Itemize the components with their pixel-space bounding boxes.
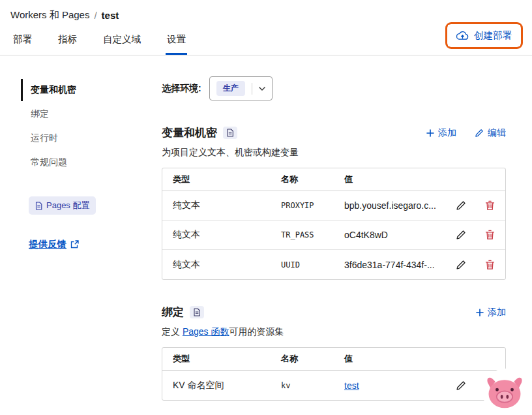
variables-actions: 添加 编辑 bbox=[426, 127, 506, 139]
column-header-name: 名称 bbox=[281, 353, 344, 365]
variable-value: bpb.yousef.isegaro.c... bbox=[344, 200, 448, 211]
table-row: 纯文本 TR_PASS oC4tK8wD bbox=[162, 221, 505, 250]
external-link-icon bbox=[70, 240, 79, 249]
cloud-upload-icon bbox=[456, 31, 469, 40]
edit-variables-button[interactable]: 编辑 bbox=[475, 127, 506, 139]
breadcrumb-current-project: test bbox=[102, 10, 119, 21]
variables-table-header: 类型 名称 值 bbox=[162, 168, 505, 191]
bindings-section: 绑定 添加 定义 Pages 函数可用 bbox=[162, 305, 506, 401]
variable-value: oC4tK8wD bbox=[344, 230, 448, 240]
pages-config-badge[interactable]: Pages 配置 bbox=[29, 196, 96, 215]
docs-icon[interactable] bbox=[223, 127, 237, 139]
plus-icon bbox=[476, 309, 484, 316]
edit-icon[interactable] bbox=[448, 200, 474, 211]
variables-section: 变量和机密 添加 bbox=[162, 125, 506, 280]
settings-main: 选择环境: 生产 变量和机密 bbox=[162, 76, 506, 401]
delete-icon[interactable] bbox=[474, 230, 505, 240]
variable-value: 3f6de31a-774f-434f-... bbox=[344, 260, 448, 270]
bindings-table: 类型 名称 值 KV 命名空间 kv test bbox=[162, 347, 506, 401]
binding-name: kv bbox=[281, 381, 344, 390]
breadcrumb-separator: / bbox=[94, 10, 96, 21]
variables-section-header: 变量和机密 添加 bbox=[162, 125, 506, 140]
bindings-description-prefix: 定义 bbox=[162, 326, 183, 337]
bindings-description: 定义 Pages 函数可用的资源集 bbox=[162, 326, 506, 338]
edit-variables-label: 编辑 bbox=[488, 127, 506, 139]
sidebar-item-bindings[interactable]: 绑定 bbox=[21, 103, 143, 125]
edit-icon[interactable] bbox=[448, 260, 474, 270]
variable-type: 纯文本 bbox=[173, 229, 281, 241]
breadcrumb: Workers 和 Pages / test bbox=[10, 9, 522, 22]
edit-icon[interactable] bbox=[448, 380, 474, 391]
add-binding-label: 添加 bbox=[488, 307, 506, 318]
tab-custom-domains[interactable]: 自定义域 bbox=[102, 33, 142, 55]
add-binding-button[interactable]: 添加 bbox=[476, 307, 506, 318]
environment-value-pill: 生产 bbox=[216, 81, 245, 96]
column-header-value: 值 bbox=[344, 353, 448, 365]
column-header-value: 值 bbox=[344, 174, 448, 185]
bindings-description-suffix: 可用的资源集 bbox=[229, 326, 284, 337]
chevron-down-icon bbox=[259, 87, 265, 91]
variable-type: 纯文本 bbox=[173, 259, 281, 271]
settings-sidebar: 变量和机密 绑定 运行时 常规问题 Pages 配置 提供反馈 bbox=[21, 79, 143, 401]
variable-name: TR_PASS bbox=[281, 230, 344, 239]
environment-label: 选择环境: bbox=[162, 83, 201, 95]
divider bbox=[252, 83, 252, 95]
sidebar-item-variables[interactable]: 变量和机密 bbox=[21, 79, 143, 101]
annotation-highlight-box: 创建部署 bbox=[445, 22, 523, 49]
sidebar-item-general[interactable]: 常规问题 bbox=[21, 151, 143, 174]
environment-row: 选择环境: 生产 bbox=[162, 76, 506, 100]
edit-icon[interactable] bbox=[448, 230, 474, 240]
tab-settings[interactable]: 设置 bbox=[166, 33, 187, 55]
create-deployment-label: 创建部署 bbox=[474, 29, 512, 42]
pages-config-label: Pages 配置 bbox=[46, 200, 89, 211]
binding-type: KV 命名空间 bbox=[173, 380, 281, 392]
plus-icon bbox=[426, 129, 434, 137]
column-header-name: 名称 bbox=[281, 174, 344, 185]
tab-metrics[interactable]: 指标 bbox=[57, 33, 78, 55]
delete-icon[interactable] bbox=[474, 200, 505, 211]
bindings-section-title: 绑定 bbox=[162, 305, 184, 320]
tab-bar: 部署 指标 自定义域 设置 创建部署 bbox=[0, 25, 532, 55]
bindings-section-header: 绑定 添加 bbox=[162, 305, 506, 320]
document-icon bbox=[35, 202, 42, 210]
delete-icon[interactable] bbox=[474, 260, 505, 270]
feedback-label: 提供反馈 bbox=[29, 238, 66, 251]
pages-functions-link[interactable]: Pages 函数 bbox=[183, 326, 229, 337]
column-header-type: 类型 bbox=[173, 353, 281, 365]
tab-deployments[interactable]: 部署 bbox=[12, 33, 33, 55]
breadcrumb-root-link[interactable]: Workers 和 Pages bbox=[10, 9, 89, 22]
feedback-link[interactable]: 提供反馈 bbox=[29, 238, 79, 251]
add-variable-button[interactable]: 添加 bbox=[426, 127, 456, 139]
table-row: KV 命名空间 kv test bbox=[162, 371, 505, 400]
variables-table: 类型 名称 值 纯文本 PROXYIP bpb.yousef.isegaro.c… bbox=[162, 168, 506, 280]
docs-icon[interactable] bbox=[190, 306, 204, 318]
variables-section-title: 变量和机密 bbox=[162, 125, 217, 140]
environment-select[interactable]: 生产 bbox=[209, 76, 273, 100]
variables-description: 为项目定义文本、机密或构建变量 bbox=[162, 147, 506, 159]
add-variable-label: 添加 bbox=[438, 127, 456, 139]
variable-name: UUID bbox=[281, 260, 344, 269]
content-area: 变量和机密 绑定 运行时 常规问题 Pages 配置 提供反馈 bbox=[0, 55, 532, 401]
table-row: 纯文本 UUID 3f6de31a-774f-434f-... bbox=[162, 250, 505, 279]
create-deployment-button[interactable]: 创建部署 bbox=[448, 25, 520, 46]
pencil-icon bbox=[475, 129, 484, 138]
table-row: 纯文本 PROXYIP bpb.yousef.isegaro.c... bbox=[162, 191, 505, 221]
binding-value-link[interactable]: test bbox=[344, 380, 359, 391]
sidebar-item-runtime[interactable]: 运行时 bbox=[21, 127, 143, 149]
variable-name: PROXYIP bbox=[281, 201, 344, 210]
variable-type: 纯文本 bbox=[173, 200, 281, 211]
pig-sticker-logo bbox=[481, 367, 528, 414]
bindings-table-header: 类型 名称 值 bbox=[162, 348, 505, 371]
column-header-type: 类型 bbox=[173, 174, 281, 185]
bindings-actions: 添加 bbox=[476, 307, 506, 318]
